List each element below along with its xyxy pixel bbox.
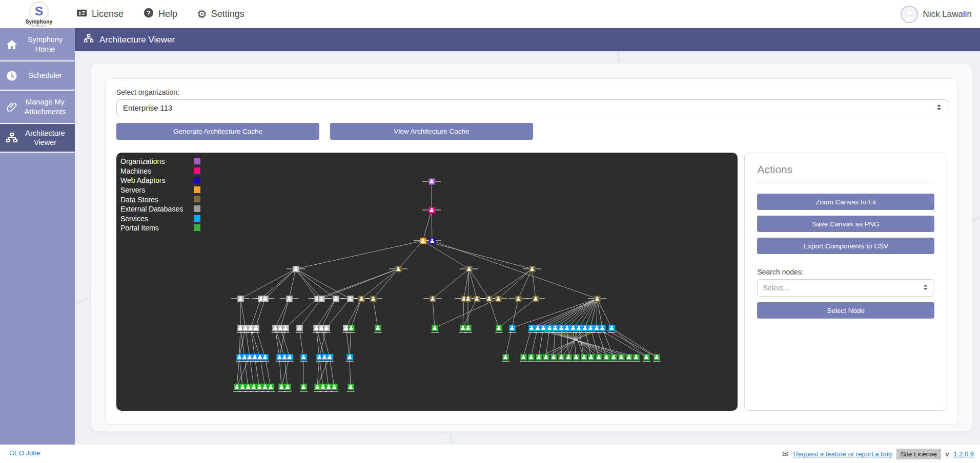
symphony-logo[interactable]: S Symphony for ArcGIS — [21, 2, 57, 28]
graph-node-extdb[interactable] — [237, 296, 244, 302]
site-license-badge: Site License — [896, 449, 941, 459]
graph-node-portal[interactable] — [502, 354, 509, 361]
graph-node-portal[interactable] — [603, 354, 610, 361]
graph-node-datastore[interactable] — [533, 296, 539, 302]
graph-node-datastore[interactable] — [474, 296, 480, 302]
graph-node-portal[interactable] — [300, 384, 307, 390]
page-header: Architecture Viewer — [75, 28, 980, 51]
graph-node-datastore[interactable] — [466, 266, 473, 272]
graph-node-portal[interactable] — [348, 384, 354, 390]
graph-node-extdb[interactable] — [253, 325, 259, 331]
graph-node-portal[interactable] — [573, 354, 580, 361]
graph-node-portal[interactable] — [581, 354, 587, 361]
export-components-to-csv-button[interactable]: Export Components to CSV — [757, 238, 934, 254]
version-link[interactable]: 1.2.0.9 — [953, 450, 974, 458]
user-name: Nick Lawalin — [923, 9, 972, 19]
generate-architecture-cache-button[interactable]: Generate Architecture Cache — [116, 123, 319, 140]
sidebar-item-scheduler[interactable]: Scheduler — [0, 61, 75, 91]
graph-node-portal[interactable] — [284, 384, 291, 390]
graph-node-service[interactable] — [326, 354, 333, 361]
graph-node-portal[interactable] — [348, 325, 355, 331]
graph-node-extdb[interactable] — [282, 325, 289, 331]
graph-node-portal[interactable] — [618, 354, 625, 361]
graph-node-extdb[interactable] — [262, 296, 269, 302]
nav-help[interactable]: ? Help — [143, 7, 177, 21]
graph-node-portal[interactable] — [596, 354, 602, 361]
graph-node-datastore[interactable] — [395, 266, 402, 272]
graph-node-portal[interactable] — [588, 354, 595, 361]
graph-node-portal[interactable] — [565, 354, 572, 361]
graph-node-datastore[interactable] — [515, 296, 522, 302]
graph-node-portal[interactable] — [375, 325, 381, 331]
select-node-button[interactable]: Select Node — [757, 302, 934, 319]
graph-node-portal[interactable] — [626, 354, 632, 361]
legend-item: Data Stores — [120, 195, 208, 204]
sidebar-item-label: Scheduler — [19, 71, 71, 80]
user-menu[interactable]: Nick Lawalin — [901, 0, 972, 28]
sidebar-item-symphony-home[interactable]: Symphony Home — [0, 28, 75, 61]
graph-node-extdb[interactable] — [293, 266, 299, 272]
nav-settings[interactable]: ⚙ Settings — [197, 9, 244, 20]
zoom-canvas-to-fit-button[interactable]: Zoom Canvas to Fit — [757, 194, 934, 210]
search-nodes-placeholder: Select... — [763, 284, 789, 292]
graph-node-extdb[interactable] — [296, 325, 303, 331]
request-feature-link[interactable]: Request a feature or report a bug — [793, 450, 892, 458]
actions-title: Actions — [757, 163, 934, 176]
graph-node-datastore[interactable] — [465, 296, 472, 302]
graph-node-portal[interactable] — [643, 354, 650, 361]
graph-node-portal[interactable] — [331, 384, 338, 390]
graph-node-extdb[interactable] — [286, 296, 293, 302]
architecture-canvas[interactable]: OrganizationsMachinesWeb AdaptorsServers… — [116, 153, 738, 411]
graph-node-datastore[interactable] — [594, 296, 601, 302]
graph-node-portal[interactable] — [550, 354, 557, 361]
graph-node-portal[interactable] — [528, 354, 535, 361]
graph-node-portal[interactable] — [558, 354, 565, 361]
graph-node-datastore[interactable] — [486, 296, 493, 302]
graph-node-service[interactable] — [346, 354, 353, 361]
legend-label: Servers — [120, 186, 145, 194]
graph-node-portal[interactable] — [520, 354, 527, 361]
graph-node-service[interactable] — [509, 325, 516, 331]
graph-node-extdb[interactable] — [347, 296, 354, 302]
sidebar-item-architecture-viewer[interactable]: Architecture Viewer — [0, 124, 75, 153]
graph-node-machine[interactable] — [428, 207, 435, 214]
graph-node-datastore[interactable] — [529, 266, 536, 272]
graph-node-service[interactable] — [300, 354, 307, 361]
graph-node-portal[interactable] — [633, 354, 640, 361]
graph-node-datastore[interactable] — [370, 296, 377, 302]
paperclip-icon — [4, 101, 19, 113]
graph-node-portal[interactable] — [432, 325, 438, 331]
save-canvas-as-png-button[interactable]: Save Canvas as PNG — [757, 216, 934, 232]
graph-node-label — [331, 391, 338, 392]
graph-node-portal[interactable] — [268, 384, 274, 390]
graph-node-service[interactable] — [599, 325, 606, 331]
organization-select[interactable]: Enterprise 113 — [116, 99, 948, 116]
version-prefix: v — [946, 450, 949, 458]
graph-node-service[interactable] — [608, 325, 615, 331]
legend-item: Servers — [120, 185, 208, 195]
graph-node-extdb[interactable] — [333, 296, 339, 302]
geo-jobe-link[interactable]: GEO Jobe — [9, 449, 40, 457]
graph-node-datastore[interactable] — [495, 296, 502, 302]
graph-node-portal[interactable] — [610, 354, 617, 361]
graph-node-datastore[interactable] — [358, 296, 365, 302]
graph-node-extdb[interactable] — [318, 296, 325, 302]
view-architecture-cache-button[interactable]: View Architecture Cache — [330, 123, 533, 140]
graph-node-portal[interactable] — [465, 325, 472, 331]
nav-license[interactable]: License — [76, 7, 124, 22]
search-nodes-select[interactable]: Select... — [757, 279, 934, 297]
graph-node-service[interactable] — [262, 354, 269, 361]
graph-node-portal[interactable] — [496, 325, 502, 331]
graph-node-org[interactable] — [428, 178, 435, 185]
graph-node-portal[interactable] — [543, 354, 549, 361]
graph-node-service[interactable] — [287, 354, 293, 361]
graph-node-extdb[interactable] — [323, 325, 330, 331]
graph-node-datastore[interactable] — [430, 296, 436, 302]
graph-node-label — [347, 391, 355, 392]
sidebar-item-manage-my-attachments[interactable]: Manage My Attachments — [0, 91, 75, 124]
graph-node-portal[interactable] — [654, 354, 660, 361]
graph-node-portal[interactable] — [536, 354, 542, 361]
graph-node-webadaptor[interactable] — [429, 238, 436, 244]
graph-node-server[interactable] — [420, 238, 426, 244]
graph-node-label — [346, 361, 354, 362]
